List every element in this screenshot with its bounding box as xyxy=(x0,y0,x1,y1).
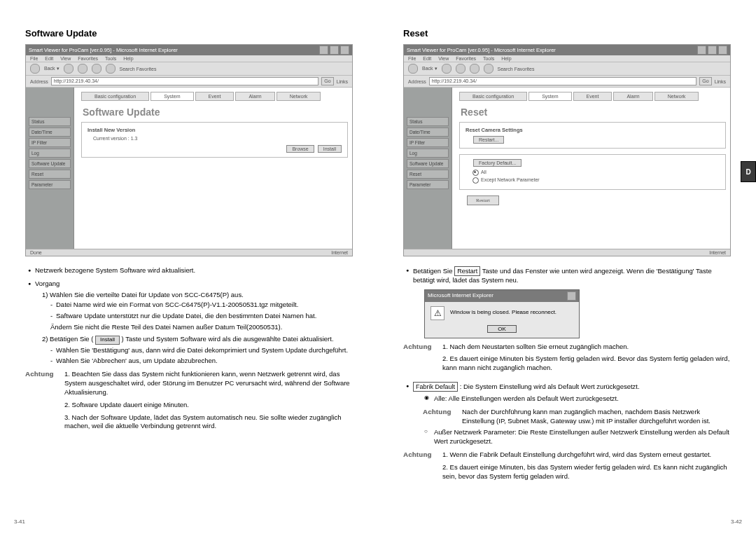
achtung-block: Achtung 1. Beachten Sie dass das System … xyxy=(25,370,353,434)
bullet: Betätigen Sie Restart Taste und das Fens… xyxy=(406,266,731,338)
left-title: Software Update xyxy=(25,28,353,39)
panel-title: Software Update xyxy=(81,104,348,122)
min-icon[interactable] xyxy=(697,46,706,55)
min-icon[interactable] xyxy=(319,46,328,55)
tab-network[interactable]: Network xyxy=(276,92,321,101)
factory-default-button[interactable]: Factory Default... xyxy=(473,159,522,167)
close-icon[interactable] xyxy=(340,46,349,55)
install-box: Install New Version Current version : 1.… xyxy=(81,122,348,158)
sidebar-item-ipfilter[interactable]: IP Filter xyxy=(29,138,71,147)
close-icon[interactable] xyxy=(718,46,727,55)
bullet: Netzwerk bezogene System Software wird a… xyxy=(28,266,353,275)
back-icon[interactable] xyxy=(408,64,418,74)
statusbar: Done Internet xyxy=(26,249,352,256)
tab-system[interactable]: System xyxy=(150,92,193,101)
sidebar-item-status[interactable]: Status xyxy=(407,117,449,126)
page-number-right: 3-42 xyxy=(731,518,742,525)
radio-except[interactable]: Except Network Parameter xyxy=(472,177,720,184)
page-spread: D Software Update Smart Viewer for ProCa… xyxy=(0,0,756,536)
address-input[interactable]: http://192.219.40.34/ xyxy=(429,77,697,85)
ie-window-right: Smart Viewer for ProCam [ver.0.95] - Mic… xyxy=(403,44,731,256)
restart-main-button[interactable]: Restart xyxy=(467,195,499,205)
fwd-icon[interactable] xyxy=(442,64,451,74)
refresh-icon[interactable] xyxy=(470,64,479,74)
ie-dialog: Microsoft Internet Explorer ⚠Window is b… xyxy=(424,289,580,338)
go-button[interactable]: Go xyxy=(321,77,333,85)
radio-all[interactable]: All xyxy=(472,170,720,176)
tab-system[interactable]: System xyxy=(528,92,571,101)
sidebar-item-parameter[interactable]: Parameter xyxy=(407,180,449,189)
achtung-label: Achtung xyxy=(25,370,64,434)
sidebar-item-reset[interactable]: Reset xyxy=(407,170,449,179)
warning-icon: ⚠ xyxy=(430,306,444,320)
tab-network[interactable]: Network xyxy=(654,92,699,101)
restart-inline-button[interactable]: Restart xyxy=(454,266,480,276)
sidebar-item-log[interactable]: Log xyxy=(407,149,449,158)
ie-titlebar: Smart Viewer for ProCam [ver.0.95] - Mic… xyxy=(26,45,352,55)
tab-event[interactable]: Event xyxy=(573,92,612,101)
fabrik-default-button[interactable]: Fabrik Default xyxy=(413,382,458,392)
current-version: Current version : 1.3 xyxy=(93,136,342,141)
stop-icon[interactable] xyxy=(78,64,88,74)
sidebar-item-log[interactable]: Log xyxy=(29,149,71,158)
sidebar-item-datetime[interactable]: Date/Time xyxy=(29,128,71,137)
home-icon[interactable] xyxy=(106,64,115,74)
tab-basic[interactable]: Basic configuration xyxy=(81,92,149,101)
left-bullets: Netzwerk bezogene System Software wird a… xyxy=(28,266,353,366)
install-inline-button[interactable]: Install xyxy=(95,336,120,345)
ie-title: Smart Viewer for ProCam [ver.0.95] - Mic… xyxy=(29,47,178,53)
ie-toolbar: Back ▾ Search Favorites xyxy=(26,62,352,76)
bullet: Vorgang 1) Wählen Sie die verteilte Date… xyxy=(28,280,353,366)
ie-menubar: File Edit View Favorites Tools Help xyxy=(26,55,352,62)
sidebar-item-parameter[interactable]: Parameter xyxy=(29,180,71,189)
ie-addressbar: Address http://192.219.40.34/ Go Links xyxy=(26,76,352,88)
browse-button[interactable]: Browse xyxy=(286,145,314,153)
tab-alarm[interactable]: Alarm xyxy=(613,92,652,101)
page-right: Reset Smart Viewer for ProCam [ver.0.95]… xyxy=(378,0,756,536)
address-input[interactable]: http://192.219.40.34/ xyxy=(51,77,319,85)
option-except: Außer Netzwerk Parameter: Die Reste Eins… xyxy=(424,428,731,446)
page-number-left: 3-41 xyxy=(14,518,25,525)
sidebar: Status Date/Time IP Filter Log Software … xyxy=(26,88,74,249)
sidebar-item-status[interactable]: Status xyxy=(29,117,71,126)
sidebar-item-ipfilter[interactable]: IP Filter xyxy=(407,138,449,147)
sidebar-item-swupdate[interactable]: Software Update xyxy=(407,159,449,168)
step-2: 2) Betätigen Sie ( Install ) Taste und S… xyxy=(42,335,353,366)
home-icon[interactable] xyxy=(484,64,493,74)
tab-basic[interactable]: Basic configuration xyxy=(459,92,527,101)
stop-icon[interactable] xyxy=(456,64,465,74)
go-button[interactable]: Go xyxy=(699,77,711,85)
panel-title: Reset xyxy=(459,104,726,122)
option-all: Alle: Alle Einstellungen werden als Defa… xyxy=(424,394,731,404)
sidebar-item-datetime[interactable]: Date/Time xyxy=(407,128,449,137)
tab-event[interactable]: Event xyxy=(195,92,234,101)
ie-window-left: Smart Viewer for ProCam [ver.0.95] - Mic… xyxy=(25,44,353,256)
tab-alarm[interactable]: Alarm xyxy=(235,92,274,101)
install-label: Install New Version xyxy=(88,127,342,133)
bullet: Fabrik Default : Die System Einstellung … xyxy=(406,382,731,446)
back-icon[interactable] xyxy=(30,64,40,74)
restart-button[interactable]: Restart... xyxy=(473,136,504,144)
fwd-icon[interactable] xyxy=(64,64,74,74)
right-title: Reset xyxy=(403,28,731,39)
install-button[interactable]: Install xyxy=(318,145,342,153)
step-1: 1) Wählen Sie die verteilte Datei für Up… xyxy=(42,291,353,332)
content-area: Basic configuration System Event Alarm N… xyxy=(74,88,352,249)
sidebar-item-swupdate[interactable]: Software Update xyxy=(29,159,71,168)
close-icon[interactable] xyxy=(567,291,576,301)
reset-label: Reset Camera Settings xyxy=(465,127,720,133)
max-icon[interactable] xyxy=(708,46,717,55)
page-left: Software Update Smart Viewer for ProCam … xyxy=(0,0,378,536)
ok-button[interactable]: OK xyxy=(487,325,517,333)
max-icon[interactable] xyxy=(330,46,339,55)
sidebar-item-reset[interactable]: Reset xyxy=(29,170,71,179)
refresh-icon[interactable] xyxy=(92,64,102,74)
